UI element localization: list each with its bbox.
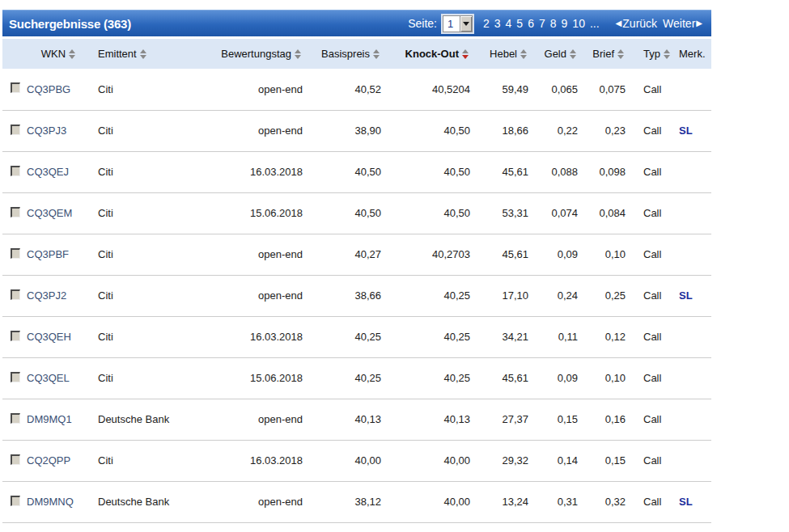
- typ-cell: Call: [643, 248, 661, 260]
- wkn-link[interactable]: CQ3QEL: [27, 372, 70, 384]
- page-number-link[interactable]: 4: [506, 17, 512, 30]
- page-number-link[interactable]: 8: [550, 17, 557, 30]
- typ-cell: Call: [643, 413, 661, 425]
- geld-cell: 0,31: [558, 496, 578, 508]
- row-checkbox[interactable]: [11, 331, 20, 341]
- emittent-cell: Citi: [98, 248, 113, 260]
- hebel-cell: 27,37: [502, 413, 528, 425]
- column-header-brief[interactable]: Brief: [579, 39, 627, 69]
- page-number-link[interactable]: 7: [539, 17, 545, 30]
- table-row: DM9MQ1Deutsche Bankopen-end40,1340,1327,…: [2, 399, 711, 440]
- back-arrow-icon: ◀: [616, 19, 622, 27]
- page-number-link[interactable]: 3: [494, 17, 501, 30]
- hebel-cell: 45,61: [502, 248, 528, 260]
- brief-cell: 0,084: [599, 207, 626, 219]
- wkn-link[interactable]: CQ3PBF: [27, 248, 69, 260]
- basispreis-cell: 38,66: [354, 289, 381, 302]
- wkn-link[interactable]: CQ3PBG: [27, 83, 70, 95]
- wkn-link[interactable]: CQ3QEH: [27, 331, 71, 343]
- sort-icon[interactable]: [373, 49, 380, 59]
- row-checkbox[interactable]: [11, 496, 20, 506]
- geld-cell: 0,09: [558, 372, 578, 384]
- table-row: CQ3PBGCitiopen-end40,5240,520459,490,065…: [2, 69, 711, 110]
- wkn-link[interactable]: CQ3QEM: [27, 207, 72, 219]
- next-link[interactable]: Weiter▶: [663, 17, 703, 30]
- column-header-hebel[interactable]: Hebel: [472, 39, 530, 69]
- basispreis-cell: 40,27: [354, 248, 381, 260]
- typ-cell: Call: [643, 454, 661, 467]
- row-checkbox[interactable]: [11, 207, 20, 217]
- row-checkbox[interactable]: [11, 166, 20, 176]
- hebel-cell: 13,24: [502, 496, 528, 508]
- sort-icon[interactable]: [140, 49, 146, 59]
- bewertungstag-cell: open-end: [258, 289, 303, 302]
- column-header-wkn[interactable]: WKN: [27, 39, 90, 69]
- typ-cell: Call: [643, 166, 661, 178]
- wkn-link[interactable]: DM9MNQ: [27, 496, 74, 508]
- wkn-link[interactable]: CQ3PJ2: [27, 289, 66, 302]
- sort-icon[interactable]: [664, 49, 670, 59]
- page-number-link[interactable]: 10: [572, 17, 585, 30]
- column-header-typ[interactable]: Typ: [627, 39, 669, 69]
- brief-cell: 0,15: [605, 454, 626, 467]
- brief-cell: 0,098: [599, 166, 626, 178]
- dropdown-arrow-icon[interactable]: [460, 16, 472, 32]
- wkn-link[interactable]: CQ3QEJ: [27, 166, 69, 178]
- typ-cell: Call: [643, 125, 661, 137]
- table-row: DM9MNQDeutsche Bankopen-end38,1240,0013,…: [2, 481, 711, 522]
- row-checkbox[interactable]: [11, 125, 20, 135]
- column-header-bewertungstag[interactable]: Bewertungstag: [211, 39, 304, 69]
- row-checkbox[interactable]: [11, 454, 20, 465]
- geld-cell: 0,09: [558, 248, 578, 260]
- column-header-geld[interactable]: Geld: [530, 39, 579, 69]
- page-number-link[interactable]: 5: [516, 17, 523, 30]
- column-header-emittent[interactable]: Emittent: [90, 39, 211, 69]
- wkn-link[interactable]: DM9MQ1: [27, 413, 72, 425]
- bewertungstag-cell: open-end: [258, 248, 303, 260]
- table-row: CQ2QPPCiti16.03.201840,0040,0029,320,140…: [2, 440, 711, 481]
- row-checkbox[interactable]: [11, 289, 20, 300]
- table-row: CQ3QEJCiti16.03.201840,5040,5045,610,088…: [2, 151, 711, 192]
- sort-icon[interactable]: [570, 49, 576, 59]
- knockout-cell: 40,13: [443, 413, 470, 425]
- row-checkbox[interactable]: [11, 248, 20, 259]
- column-header-basispreis[interactable]: Basispreis: [304, 39, 383, 69]
- next-label: Weiter: [663, 17, 695, 30]
- typ-cell: Call: [643, 331, 661, 343]
- emittent-cell: Citi: [98, 125, 113, 137]
- page-number-link[interactable]: 2: [483, 17, 490, 30]
- brief-cell: 0,10: [605, 372, 626, 384]
- emittent-cell: Citi: [98, 166, 113, 178]
- sort-icon[interactable]: [69, 49, 75, 59]
- brief-cell: 0,075: [599, 83, 626, 95]
- basispreis-cell: 38,90: [354, 125, 381, 137]
- back-link[interactable]: ◀Zurück: [615, 17, 658, 30]
- page-number-link[interactable]: 9: [562, 17, 568, 30]
- page-select-dropdown[interactable]: 1: [443, 15, 473, 32]
- merk-badge: SL: [679, 125, 693, 137]
- row-checkbox[interactable]: [11, 82, 20, 93]
- bewertungstag-cell: 15.06.2018: [250, 372, 303, 384]
- sort-desc-icon[interactable]: [462, 49, 469, 59]
- results-table: WKN Emittent Bewertungstag Basispreis Kn…: [2, 39, 711, 523]
- select-all-header: [2, 39, 27, 69]
- column-header-knockout[interactable]: Knock-Out: [383, 39, 472, 69]
- knockout-cell: 40,50: [443, 166, 470, 178]
- brief-cell: 0,16: [605, 413, 626, 425]
- wkn-link[interactable]: CQ3PJ3: [27, 125, 66, 137]
- hebel-cell: 53,31: [502, 207, 528, 219]
- sort-icon[interactable]: [617, 49, 624, 59]
- row-checkbox[interactable]: [11, 372, 20, 382]
- emittent-cell: Citi: [98, 454, 113, 467]
- typ-cell: Call: [643, 289, 661, 302]
- brief-cell: 0,23: [605, 125, 626, 137]
- page-number-link[interactable]: 6: [528, 17, 534, 30]
- sort-icon[interactable]: [520, 49, 527, 59]
- row-checkbox[interactable]: [11, 413, 20, 424]
- merk-badge: SL: [679, 496, 693, 508]
- wkn-link[interactable]: CQ2QPP: [27, 454, 70, 467]
- sort-icon[interactable]: [295, 49, 301, 59]
- geld-cell: 0,088: [551, 166, 578, 178]
- geld-cell: 0,24: [558, 289, 578, 302]
- table-row: CQ3QEHCiti16.03.201840,2540,2534,210,110…: [2, 316, 711, 357]
